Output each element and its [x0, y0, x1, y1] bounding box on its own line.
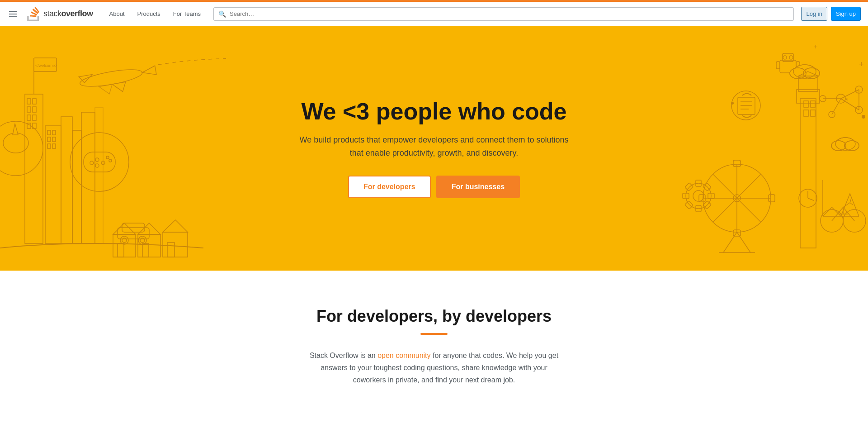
svg-point-56: [783, 56, 787, 59]
search-bar[interactable]: 🔍: [213, 7, 794, 21]
login-button[interactable]: Log in: [801, 7, 827, 21]
svg-rect-50: [142, 243, 149, 257]
svg-point-105: [686, 183, 711, 209]
svg-text:*: *: [845, 97, 848, 105]
hero-subtitle: We build products that empower developer…: [298, 133, 570, 160]
svg-point-135: [731, 102, 734, 105]
section-divider: [420, 333, 448, 335]
svg-marker-37: [99, 84, 114, 95]
hero-section: </welcome>: [0, 26, 868, 271]
nav-products[interactable]: Products: [132, 7, 166, 21]
section-title: For developers, by developers: [9, 307, 859, 326]
svg-point-22: [70, 133, 129, 191]
svg-point-28: [106, 156, 109, 159]
svg-line-77: [841, 99, 859, 110]
svg-marker-36: [112, 82, 127, 93]
section-body: Stack Overflow is an open community for …: [307, 349, 561, 386]
svg-point-24: [95, 158, 99, 162]
svg-rect-88: [804, 101, 808, 107]
svg-rect-30: [61, 117, 72, 243]
svg-rect-17: [47, 144, 51, 148]
svg-rect-81: [800, 99, 816, 248]
svg-rect-89: [811, 101, 815, 107]
below-hero-section: For developers, by developers Stack Over…: [0, 271, 868, 405]
svg-rect-13: [47, 130, 51, 135]
svg-rect-1: [27, 99, 31, 104]
svg-line-122: [850, 198, 851, 203]
svg-text:+: +: [814, 43, 817, 50]
svg-point-29: [109, 159, 112, 162]
logo-text: stackoverflow: [43, 9, 93, 19]
search-input[interactable]: [230, 10, 789, 17]
svg-rect-12: [45, 126, 61, 243]
svg-rect-18: [52, 144, 56, 148]
svg-rect-16: [52, 137, 56, 142]
svg-rect-4: [33, 107, 36, 112]
nav-for-teams[interactable]: For Teams: [168, 7, 206, 21]
svg-line-123: [850, 203, 853, 205]
svg-point-136: [862, 115, 865, 119]
svg-rect-47: [118, 243, 124, 257]
nav-about[interactable]: About: [104, 7, 130, 21]
svg-marker-38: [79, 75, 93, 84]
svg-marker-21: [13, 124, 18, 135]
logo[interactable]: stackoverflow: [26, 7, 93, 21]
svg-line-102: [723, 232, 737, 252]
svg-rect-90: [804, 110, 808, 116]
svg-point-19: [0, 121, 43, 176]
hero-right-illustration: + + *: [642, 26, 868, 271]
svg-point-26: [95, 164, 99, 167]
hero-left-illustration: </welcome>: [0, 26, 226, 271]
for-businesses-button[interactable]: For businesses: [436, 176, 520, 198]
svg-line-78: [832, 99, 841, 114]
section-body-before-link: Stack Overflow is an: [310, 352, 377, 359]
nav-links: About Products For Teams: [104, 7, 206, 21]
navbar: stackoverflow About Products For Teams 🔍…: [0, 2, 868, 26]
svg-rect-33: [95, 108, 103, 243]
hero-title: We <3 people who code: [298, 99, 570, 124]
svg-rect-51: [163, 232, 188, 257]
svg-line-87: [808, 198, 814, 200]
svg-rect-91: [811, 110, 815, 116]
svg-point-106: [693, 191, 704, 201]
svg-rect-112: [685, 201, 693, 209]
svg-rect-58: [776, 62, 780, 69]
svg-rect-5: [27, 115, 31, 120]
svg-line-103: [737, 232, 750, 252]
search-icon: 🔍: [218, 10, 226, 18]
svg-text:</welcome>: </welcome>: [35, 63, 57, 68]
stackoverflow-logo-icon: [26, 7, 41, 21]
svg-rect-6: [33, 115, 36, 120]
open-community-link[interactable]: open community: [377, 352, 430, 359]
hamburger-menu[interactable]: [7, 9, 19, 19]
svg-line-121: [843, 203, 850, 207]
svg-rect-32: [81, 112, 95, 243]
svg-rect-2: [33, 99, 36, 104]
hero-content: We <3 people who code We build products …: [298, 99, 570, 199]
svg-rect-53: [167, 243, 175, 257]
svg-rect-15: [47, 137, 51, 142]
hero-buttons: For developers For businesses: [298, 176, 570, 198]
for-developers-button[interactable]: For developers: [348, 176, 431, 198]
signup-button[interactable]: Sign up: [831, 7, 861, 21]
svg-line-76: [841, 90, 859, 99]
svg-marker-35: [142, 66, 156, 77]
svg-point-27: [90, 161, 94, 165]
svg-marker-52: [163, 220, 188, 232]
svg-rect-3: [27, 107, 31, 112]
svg-point-57: [789, 56, 793, 59]
svg-rect-111: [685, 183, 693, 191]
svg-marker-46: [113, 223, 136, 234]
nav-actions: Log in Sign up: [801, 7, 861, 21]
svg-text:+: +: [859, 60, 864, 69]
svg-rect-14: [52, 130, 56, 135]
svg-rect-67: [738, 97, 755, 114]
